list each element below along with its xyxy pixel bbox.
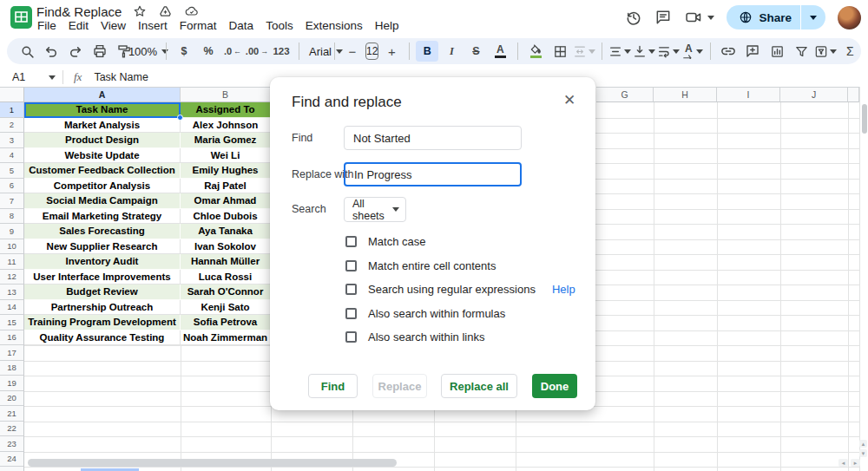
print-icon[interactable] [89, 41, 111, 62]
cell-a12[interactable]: User Interface Improvements [24, 270, 181, 285]
increase-font-size-button[interactable]: + [380, 41, 403, 62]
also-search-within-formulas-checkbox[interactable] [345, 308, 357, 319]
cell-b5[interactable]: Emily Hughes [181, 163, 271, 179]
scroll-down-button[interactable]: ▼ [859, 449, 867, 457]
meet-video-icon[interactable] [684, 9, 714, 26]
version-history-icon[interactable] [625, 9, 642, 26]
cell-b8[interactable]: Chloe Dubois [181, 209, 271, 225]
share-caret-icon[interactable] [801, 5, 825, 29]
filter-views-button[interactable] [814, 41, 837, 62]
column-header-partial[interactable] [848, 87, 859, 102]
menu-insert[interactable]: Insert [132, 18, 174, 33]
cell-b15[interactable]: Sofia Petrova [181, 315, 271, 330]
cell-b1[interactable]: Assigned To [181, 102, 271, 118]
cell-a15[interactable]: Training Program Development [24, 315, 181, 330]
scroll-right-button[interactable]: ► [851, 459, 860, 467]
search-scope-select[interactable]: All sheets [344, 197, 406, 222]
cell-a9[interactable]: Sales Forecasting [24, 224, 181, 239]
column-header-j[interactable]: J [780, 87, 848, 102]
help-link[interactable]: Help [552, 283, 575, 296]
row-header-2[interactable]: 2 [0, 118, 24, 134]
cell-a6[interactable]: Competitor Analysis [24, 179, 181, 194]
cell-b3[interactable]: Maria Gomez [181, 133, 271, 148]
row-header-25[interactable]: 25 [0, 467, 24, 471]
row-header-4[interactable]: 4 [0, 148, 24, 164]
increase-decimal-button[interactable]: .00→ [246, 41, 268, 62]
cell-b16[interactable]: Noah Zimmerman [181, 330, 271, 346]
merge-cells-button[interactable] [573, 41, 595, 62]
cell-a16[interactable]: Quality Assurance Testing [24, 330, 181, 346]
find-input[interactable]: Not Started [344, 126, 522, 150]
text-rotation-button[interactable]: A [681, 41, 704, 62]
column-header-a[interactable]: A [24, 87, 181, 102]
row-header-7[interactable]: 7 [0, 193, 24, 209]
vertical-align-button[interactable] [633, 41, 655, 62]
comments-icon[interactable] [654, 9, 672, 26]
vertical-scrollbar[interactable] [859, 87, 868, 471]
menu-view[interactable]: View [95, 18, 132, 33]
cell-a3[interactable]: Product Design [24, 133, 181, 148]
strikethrough-button[interactable]: S [464, 41, 487, 62]
done-button[interactable]: Done [532, 374, 577, 398]
horizontal-scrollbar-thumb[interactable] [28, 459, 397, 467]
find-button[interactable]: Find [308, 374, 358, 398]
cell-b12[interactable]: Luca Rossi [181, 270, 271, 285]
menu-data[interactable]: Data [223, 18, 260, 33]
row-header-1[interactable]: 1 [0, 102, 24, 118]
replace-button[interactable]: Replace [372, 374, 427, 398]
cloud-saved-icon[interactable] [184, 4, 200, 18]
cell-b9[interactable]: Aya Tanaka [181, 224, 271, 239]
fill-color-button[interactable] [524, 41, 547, 62]
row-header-21[interactable]: 21 [0, 406, 24, 422]
cell-b13[interactable]: Sarah O'Connor [181, 285, 271, 300]
row-header-8[interactable]: 8 [0, 209, 24, 225]
text-color-button[interactable]: A [489, 41, 511, 62]
star-icon[interactable] [133, 4, 147, 18]
create-filter-button[interactable] [790, 41, 812, 62]
vertical-scrollbar-thumb[interactable] [862, 104, 867, 134]
menu-tools[interactable]: Tools [260, 18, 299, 33]
format-currency-button[interactable]: $ [173, 41, 195, 62]
row-header-6[interactable]: 6 [0, 179, 24, 194]
cell-b2[interactable]: Alex Johnson [181, 118, 271, 134]
more-formats-button[interactable]: 123 [270, 41, 293, 62]
cell-a14[interactable]: Partnership Outreach [24, 300, 181, 316]
cell-b6[interactable]: Raj Patel [181, 179, 271, 194]
insert-link-button[interactable] [717, 41, 740, 62]
name-box[interactable]: A1 [0, 71, 62, 83]
column-header-b[interactable]: B [181, 87, 271, 102]
doc-title[interactable]: Find& Replace [36, 4, 122, 19]
cell-a5[interactable]: Customer Feedback Collection [24, 163, 181, 179]
cell-a11[interactable]: Inventory Audit [24, 254, 181, 270]
meet-caret-icon[interactable] [707, 16, 714, 23]
column-header-i[interactable]: I [717, 87, 780, 102]
menu-format[interactable]: Format [174, 18, 223, 33]
text-wrapping-button[interactable] [657, 41, 680, 62]
undo-icon[interactable] [40, 41, 62, 62]
also-search-within-links-checkbox[interactable] [345, 331, 357, 343]
cell-a7[interactable]: Social Media Campaign [24, 193, 181, 209]
format-percent-button[interactable]: % [197, 41, 220, 62]
italic-button[interactable]: I [440, 41, 463, 62]
close-icon[interactable]: ✕ [560, 90, 579, 109]
formula-input[interactable]: Task Name [94, 71, 148, 83]
avatar[interactable] [838, 6, 861, 29]
functions-button[interactable]: Σ [838, 41, 861, 62]
row-header-9[interactable]: 9 [0, 224, 24, 239]
borders-button[interactable] [549, 41, 571, 62]
cell-a4[interactable]: Website Update [24, 148, 181, 164]
menu-file[interactable]: File [31, 18, 62, 33]
font-size-input[interactable]: 12 [365, 43, 378, 60]
match-entire-cell-contents-checkbox[interactable] [345, 260, 357, 271]
row-header-14[interactable]: 14 [0, 300, 24, 316]
cell-b4[interactable]: Wei Li [181, 148, 271, 164]
cell-a10[interactable]: New Supplier Research [24, 239, 181, 255]
decrease-decimal-button[interactable]: .0← [221, 41, 244, 62]
bold-button[interactable]: B [416, 41, 438, 62]
row-header-3[interactable]: 3 [0, 133, 24, 148]
row-header-23[interactable]: 23 [0, 436, 24, 452]
font-select[interactable]: Arial [306, 41, 328, 62]
row-header-13[interactable]: 13 [0, 285, 24, 300]
replace-with-input[interactable]: In Progress [344, 162, 522, 186]
share-button[interactable]: Share [727, 5, 825, 29]
